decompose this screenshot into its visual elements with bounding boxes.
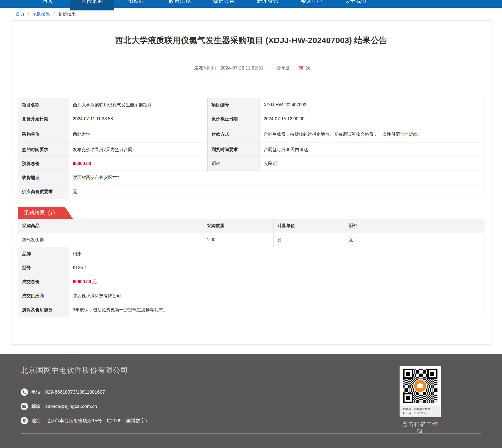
- detail-value-cell: 3年质保，包括免费更新一套空气过滤器等耗材。: [69, 303, 484, 317]
- qr-group-name: 群名称：易竞采业务群: [403, 407, 438, 411]
- nav-label: 首页: [26, 0, 70, 5]
- info-label-cell: 竞价开始日期: [18, 112, 69, 126]
- table-row: 预算总价 95000.00 币种 人民币: [18, 157, 484, 171]
- column-header: 计量单位: [274, 219, 345, 233]
- page: 首页 竞价采购 招投标 政策法规 诚信公告 新闻资讯 帮助中心 关于我们 首页 …: [0, 0, 502, 448]
- table-row: 签约时间要求 发布竞价结果后7天内签订合同 到货时间要求 合同签订后30天内送达: [18, 143, 484, 157]
- footer-phone-label: 电话：: [31, 389, 45, 395]
- footer-address-label: 地址：: [31, 418, 45, 424]
- info-value-cell: 合同签订后30天内送达: [260, 143, 484, 157]
- qr-finder-icon: [403, 393, 413, 403]
- footer-email-value: service@ejingcai.com.cn: [45, 404, 97, 409]
- info-label-cell: 预算总价: [18, 157, 69, 171]
- table-row: 品牌 楷来: [18, 247, 484, 261]
- nav-label: 竞价采购: [70, 0, 114, 5]
- info-value-cell: XDJJ-HW-202407003: [260, 98, 484, 112]
- purchase-result-table: 采购商品 采购数量 计量单位 附件 氮气发生器 1.00 台 无: [18, 219, 484, 247]
- breadcrumb-current: 竞价结果: [58, 12, 76, 16]
- table-row: 成交总价 69600.00 元: [18, 275, 484, 289]
- info-label-cell: 供应商资质要求: [18, 185, 69, 199]
- announcement-card: 西北大学液质联用仪氮气发生器采购项目 (XDJJ-HW-202407003) 结…: [11, 20, 491, 345]
- info-value-cell: 无: [69, 185, 484, 199]
- column-header: 采购商品: [18, 219, 203, 233]
- info-value-cell: 合同生效后，待货物到达指定地点、安装调试验收合格后，一次性付清合同货款。: [260, 126, 484, 143]
- nav-label: 帮助中心: [290, 0, 334, 5]
- phone-icon: [21, 388, 28, 396]
- table-row: 型号 KL35-1: [18, 261, 484, 275]
- info-label-cell: 竞价截止日期: [208, 112, 260, 126]
- breadcrumb-separator: /: [54, 12, 55, 16]
- detail-label-cell: 品牌: [18, 247, 69, 261]
- qr-finder-icon: [403, 369, 413, 379]
- breadcrumb-home-link[interactable]: 首页: [16, 12, 24, 16]
- info-label-cell: 到货时间要求: [208, 143, 260, 157]
- briefcase-icon: [413, 379, 427, 393]
- project-info-table: 项目名称 西北大学液质联用仪氮气发生器采购项目 项目编号 XDJJ-HW-202…: [18, 98, 484, 199]
- info-label-cell: 付款方式: [208, 126, 260, 143]
- top-navbar: 首页 竞价采购 招投标 政策法规 诚信公告 新闻资讯 帮助中心 关于我们: [0, 0, 502, 8]
- detail-label-cell: 成交供应商: [18, 289, 69, 303]
- info-label-cell: 采购单位: [18, 126, 69, 143]
- nav-item-help[interactable]: 帮助中心: [290, 0, 334, 8]
- nav-label: 新闻资讯: [246, 0, 290, 5]
- nav-label: 招投标: [114, 0, 158, 5]
- table-row: 成交供应商 陕西夏小满科技有限公司: [18, 289, 484, 303]
- mail-icon: [21, 403, 28, 410]
- qr-group-number: 群 号：615839507: [403, 411, 438, 415]
- footer-email-label: 邮箱：: [31, 403, 45, 410]
- publish-time-label: 发布时间：: [194, 65, 218, 71]
- column-header: 附件: [345, 219, 484, 233]
- nav-item-integrity[interactable]: 诚信公告: [202, 0, 246, 8]
- qr-caption[interactable]: 点击扫描二维码: [400, 421, 441, 435]
- qr-pattern: [403, 369, 437, 403]
- views-count: 38: [298, 65, 303, 71]
- detail-value-cell: 楷来: [69, 247, 484, 261]
- views-label: 阅读量：: [276, 65, 294, 71]
- views-unit: 次: [306, 65, 311, 71]
- page-title: 西北大学液质联用仪氮气发生器采购项目 (XDJJ-HW-202407003) 结…: [26, 35, 476, 46]
- nav-item-news[interactable]: 新闻资讯: [246, 0, 290, 8]
- detail-label-cell: 质保及售后服务: [18, 303, 69, 317]
- info-value-cell: 2024-07-15 12:00:00: [260, 112, 484, 126]
- nav-item-tender[interactable]: 招投标: [114, 0, 158, 8]
- qr-code-block: 群名称：易竞采业务群 群 号：615839507 点击扫描二维码: [400, 366, 441, 435]
- footer-address-value: 北京市丰台区射击场路15号二层2009（国博数字）: [45, 418, 150, 424]
- table-row: 供应商资质要求 无: [18, 185, 484, 199]
- table-row: 竞价开始日期 2024-07-11 11:38:58 竞价截止日期 2024-0…: [18, 112, 484, 126]
- nav-label: 诚信公告: [202, 0, 246, 5]
- info-value-cell: 西北大学液质联用仪氮气发生器采购项目: [69, 98, 208, 112]
- info-label-cell: 收货地址: [18, 171, 69, 185]
- table-row: 收货地址 陕西省西安市长安区****: [18, 171, 484, 185]
- item-name-cell: 氮气发生器: [18, 233, 203, 247]
- nav-item-about[interactable]: 关于我们: [334, 0, 378, 8]
- info-value-cell: 人民币: [260, 157, 484, 171]
- publish-time-value: 2024-07-22 11:22:31: [221, 65, 264, 71]
- page-footer: 北京国网中电软件股份有限公司 电话： 029-86618373/13811001…: [0, 354, 502, 448]
- info-label-cell: 币种: [208, 157, 260, 171]
- info-value-cell: 西北大学: [69, 126, 208, 143]
- qr-code[interactable]: 群名称：易竞采业务群 群 号：615839507: [400, 366, 441, 417]
- nav-item-home[interactable]: 首页: [26, 0, 70, 8]
- purchase-result-detail-table: 品牌 楷来 型号 KL35-1 成交总价 69600.00 元 成交供应商 陕西…: [18, 247, 484, 317]
- purchase-result-badge-label: 采购结果: [24, 209, 45, 216]
- item-unit-cell: 台: [274, 233, 345, 247]
- breadcrumb-purchase-results-link[interactable]: 采购结果: [32, 12, 50, 16]
- footer-phone-value: 029-86618373/13811001607: [45, 389, 105, 395]
- nav-label: 关于我们: [334, 0, 378, 5]
- nav-item-policy[interactable]: 政策法规: [158, 0, 202, 8]
- detail-value-cell: KL35-1: [69, 261, 484, 275]
- deal-total-price-cell: 69600.00 元: [69, 275, 484, 289]
- info-value-cell: 发布竞价结果后7天内签订合同: [69, 143, 208, 157]
- table-header-row: 采购商品 采购数量 计量单位 附件: [18, 219, 484, 233]
- breadcrumb-separator: /: [28, 12, 29, 16]
- announcement-header: 西北大学液质联用仪氮气发生器采购项目 (XDJJ-HW-202407003) 结…: [18, 21, 484, 84]
- table-row: 质保及售后服务 3年质保，包括免费更新一套空气过滤器等耗材。: [18, 303, 484, 317]
- detail-label-cell: 成交总价: [18, 275, 69, 289]
- article-meta: 发布时间：2024-07-22 11:22:31 阅读量：38 次: [26, 65, 476, 71]
- detail-label-cell: 型号: [18, 261, 69, 275]
- nav-item-bidding-purchase[interactable]: 竞价采购: [70, 0, 114, 10]
- info-label-cell: 项目编号: [208, 98, 260, 112]
- column-header: 采购数量: [203, 219, 274, 233]
- table-row: 项目名称 西北大学液质联用仪氮气发生器采购项目 项目编号 XDJJ-HW-202…: [18, 98, 484, 112]
- info-value-cell: 陕西省西安市长安区****: [69, 171, 484, 185]
